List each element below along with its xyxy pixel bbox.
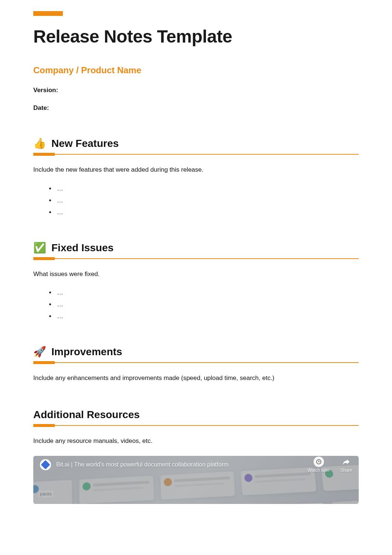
list-item: … — [55, 301, 359, 308]
version-label: Version: — [33, 87, 359, 94]
section-rule — [33, 425, 359, 426]
section-new-features: 👍 New Features Include the new features … — [33, 138, 359, 216]
section-title: Additional Resources — [33, 409, 140, 421]
section-title: Fixed Issues — [51, 242, 114, 254]
section-rule — [33, 362, 359, 363]
video-title: Bit.ai | The world's most powerful docum… — [56, 461, 303, 468]
section-description: Include the new features that were added… — [33, 165, 359, 175]
video-topbar: Bit.ai | The world's most powerful docum… — [33, 456, 359, 474]
video-actions: Watch later Share — [308, 457, 352, 473]
date-label: Date: — [33, 104, 359, 112]
list-item: … — [55, 289, 359, 296]
accent-bar — [33, 11, 63, 16]
watch-later-label: Watch later — [308, 468, 330, 473]
rocket-icon: 🚀 — [33, 347, 46, 357]
section-fixed-issues: ✅ Fixed Issues What issues were fixed. …… — [33, 242, 359, 320]
share-icon — [341, 457, 351, 467]
thumbs-up-icon: 👍 — [33, 138, 46, 149]
share-button[interactable]: Share — [340, 457, 352, 473]
section-title: New Features — [51, 138, 119, 149]
section-heading: 👍 New Features — [33, 138, 359, 149]
section-heading: ✅ Fixed Issues — [33, 242, 359, 254]
list-item: … — [55, 185, 359, 192]
company-product-subtitle: Company / Product Name — [33, 65, 359, 75]
section-description: Include any resource manuals, videos, et… — [33, 436, 359, 446]
issues-list: … … … — [33, 289, 359, 320]
share-label: Share — [340, 468, 352, 473]
list-item: … — [55, 197, 359, 204]
section-rule — [33, 258, 359, 259]
list-item: … — [55, 209, 359, 216]
video-brand-icon — [40, 459, 51, 470]
section-rule — [33, 154, 359, 155]
video-embed[interactable]: paces Bit.ai | The world's most powerful… — [33, 456, 359, 504]
feature-list: … … … — [33, 185, 359, 216]
section-improvements: 🚀 Improvements Include any enhancements … — [33, 346, 359, 383]
section-heading: 🚀 Improvements — [33, 346, 359, 358]
checkmark-icon: ✅ — [33, 243, 46, 253]
watch-later-button[interactable]: Watch later — [308, 457, 330, 473]
page-title: Release Notes Template — [33, 26, 359, 47]
clock-icon — [314, 457, 324, 467]
section-description: Include any enhancements and improvement… — [33, 373, 359, 383]
section-title: Improvements — [51, 346, 122, 358]
section-additional-resources: Additional Resources Include any resourc… — [33, 409, 359, 504]
list-item: … — [55, 313, 359, 320]
section-description: What issues were fixed. — [33, 269, 359, 279]
section-heading: Additional Resources — [33, 409, 359, 421]
